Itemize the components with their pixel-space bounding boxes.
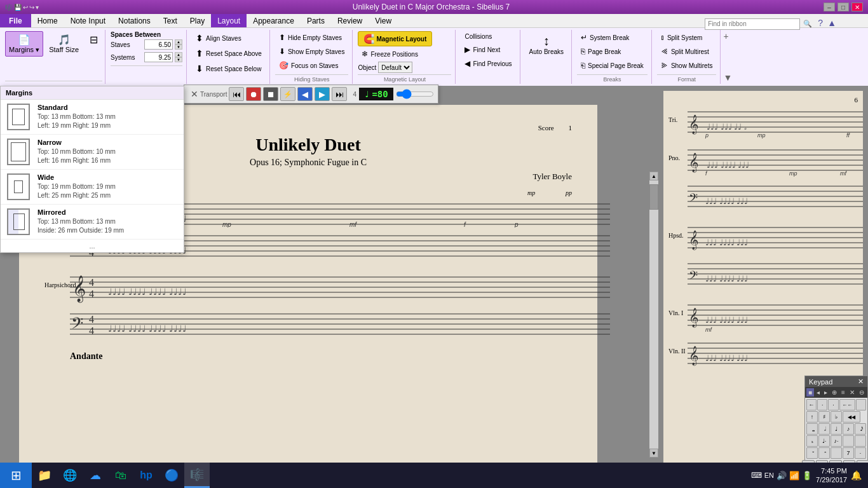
page-break-button[interactable]: ⎘ Page Break [577, 45, 625, 58]
taskbar-store[interactable]: 🛍 [108, 463, 133, 488]
margins-more[interactable]: ... [1, 240, 184, 252]
keypad-fast-back[interactable]: ◀◀ [843, 411, 860, 423]
transport-stop[interactable]: ⏹ [263, 87, 278, 101]
transport-record[interactable]: ⏺ [246, 87, 261, 101]
menu-layout[interactable]: Layout [211, 14, 247, 27]
systems-up[interactable]: ▲ [175, 52, 182, 57]
keypad-dotted-eighth[interactable]: ♪· [831, 435, 842, 447]
keypad-dot2[interactable]: · [828, 399, 838, 410]
maximize-button[interactable]: □ [837, 3, 849, 11]
keypad-icon-5[interactable]: ≡ [839, 388, 847, 396]
freeze-positions-button[interactable]: ❄ Freeze Positions [358, 48, 421, 60]
staves-down[interactable]: ▼ [175, 44, 182, 50]
margin-option-mirrored[interactable]: Mirrored Top: 13 mm Bottom: 13 mm Inside… [1, 205, 184, 240]
taskbar-hp[interactable]: hp [133, 463, 159, 488]
split-multirest-button[interactable]: ⫷ Split Multirest [657, 45, 713, 58]
keypad-close-icon[interactable]: ✕ [858, 377, 864, 386]
margin-option-standard[interactable]: Standard Top: 13 mm Bottom: 13 mm Left: … [1, 100, 184, 135]
keypad-up-arrow[interactable]: ↑ [806, 411, 818, 423]
quick-access-2[interactable]: ↩ [23, 4, 28, 11]
menu-parts[interactable]: Parts [301, 14, 331, 27]
minimize-button[interactable]: – [824, 3, 835, 11]
transport-back[interactable]: ◀ [297, 87, 313, 101]
collisions-button[interactable]: Collisions [461, 31, 496, 42]
split-system-button[interactable]: ⫾ Split System [657, 31, 707, 44]
quick-access-3[interactable]: ↪ [29, 4, 34, 11]
menu-home[interactable]: Home [31, 14, 64, 27]
taskbar-browser[interactable]: 🌐 [57, 463, 83, 488]
transport-close[interactable]: ✕ [191, 89, 198, 99]
show-multirest-button[interactable]: ⫸ Show Multirets [657, 59, 717, 72]
transport-skip[interactable]: ⏭ [332, 87, 347, 101]
scrollbar-thumb[interactable] [649, 184, 658, 210]
auto-breaks-button[interactable]: ↕ Auto Breaks [526, 31, 567, 58]
systems-input[interactable] [144, 52, 173, 62]
special-page-break-button[interactable]: ⎗ Special Page Break [577, 59, 648, 72]
menu-notations[interactable]: Notations [112, 14, 157, 27]
keypad-dot-r5[interactable]: · [855, 447, 866, 459]
vertical-scrollbar[interactable]: ▲ ▼ [649, 172, 658, 458]
transport-rewind[interactable]: ⏮ [229, 87, 244, 101]
taskbar-files[interactable]: 📁 [32, 463, 57, 488]
keypad-rest1[interactable]: 𝄻 [806, 447, 818, 459]
taskbar-sibelius[interactable]: 🎼 [184, 463, 210, 488]
close-button[interactable]: ✕ [851, 3, 863, 11]
keypad-half[interactable]: 𝅗𝅥 [818, 423, 830, 435]
magnetic-layout-button[interactable]: 🧲 Magnetic Layout [358, 31, 432, 46]
keypad-r5-3[interactable] [831, 447, 842, 459]
transport-forward[interactable]: ▶ [315, 87, 330, 101]
margin-option-narrow[interactable]: Narrow Top: 10 mm Bottom: 10 mm Left: 16… [1, 135, 184, 170]
keypad-r1-5[interactable] [856, 399, 866, 410]
margins-button[interactable]: 📄 Margins ▾ [5, 31, 43, 57]
find-next-button[interactable]: ▶ Find Next [461, 43, 504, 56]
keypad-sixteenth[interactable]: 𝅘𝅥𝅯 [855, 423, 866, 435]
keypad-icon-7[interactable]: ⊖ [857, 388, 866, 396]
keypad-r4-4[interactable] [843, 435, 854, 447]
tray-network-icon[interactable]: 📶 [789, 471, 799, 480]
keypad-sharp[interactable]: ♯ [818, 411, 830, 423]
minimize-button-ribbon[interactable]: ⊟ [85, 31, 102, 48]
keypad-double-arrow[interactable]: ←← [839, 399, 855, 410]
keypad-dotted-half[interactable]: 𝅗· [806, 435, 818, 447]
keypad-r4-5[interactable] [855, 435, 866, 447]
keypad-quarter[interactable]: ♩ [831, 423, 842, 435]
tempo-slider[interactable] [396, 92, 434, 97]
keypad-icon-1[interactable]: ■ [806, 388, 814, 396]
keypad-icon-4[interactable]: ⊕ [830, 388, 839, 396]
find-previous-button[interactable]: ◀ Find Previous [461, 57, 515, 70]
scroll-down-arrow[interactable]: ▼ [649, 449, 658, 458]
transport-flash[interactable]: ⚡ [280, 87, 295, 101]
align-staves-button[interactable]: ⬍ Align Staves [192, 31, 245, 45]
ribbon-collapse-icon[interactable]: ▼ [723, 72, 732, 83]
keypad-dot1[interactable]: · [817, 399, 827, 410]
show-empty-button[interactable]: ⬇ Show Empty Staves [275, 45, 348, 58]
staff-size-button[interactable]: 🎵 Staff Size [45, 31, 83, 56]
find-ribbon-input[interactable] [705, 18, 800, 30]
tray-keyboard-icon[interactable]: ⌨ [751, 471, 762, 480]
menu-text[interactable]: Text [157, 14, 184, 27]
keypad-arrow-left[interactable]: ← [806, 399, 817, 410]
notification-icon[interactable]: 🔔 [851, 470, 862, 480]
tray-language-icon[interactable]: EN [764, 471, 774, 479]
object-select[interactable]: Default [378, 62, 412, 73]
menu-play[interactable]: Play [184, 14, 211, 27]
keypad-icon-2[interactable]: ◂ [815, 388, 822, 396]
system-break-button[interactable]: ↵ System Break [577, 31, 633, 44]
keypad-dotted-quarter[interactable]: ♩· [818, 435, 830, 447]
start-button[interactable]: ⊞ [0, 463, 32, 488]
reset-below-button[interactable]: ⬇ Reset Space Below [192, 62, 265, 76]
expand-icon[interactable]: ▲ [827, 18, 836, 28]
scroll-up-arrow[interactable]: ▲ [649, 172, 658, 180]
menu-file[interactable]: File [0, 14, 31, 27]
ribbon-expand-icon[interactable]: + [723, 31, 732, 41]
menu-review[interactable]: Review [331, 14, 369, 27]
help-icon[interactable]: ? [818, 18, 823, 28]
keypad-icon-3[interactable]: ▸ [822, 388, 829, 396]
taskbar-chrome[interactable]: 🔵 [159, 463, 184, 488]
keypad-flat[interactable]: ♭ [831, 411, 842, 423]
taskbar-cloud[interactable]: ☁ [83, 463, 108, 488]
staves-input[interactable] [144, 39, 173, 50]
tray-volume-icon[interactable]: 🔊 [776, 471, 787, 480]
taskbar-time[interactable]: 7:45 PM 7/29/2017 [816, 466, 847, 485]
staves-up[interactable]: ▲ [175, 39, 182, 44]
